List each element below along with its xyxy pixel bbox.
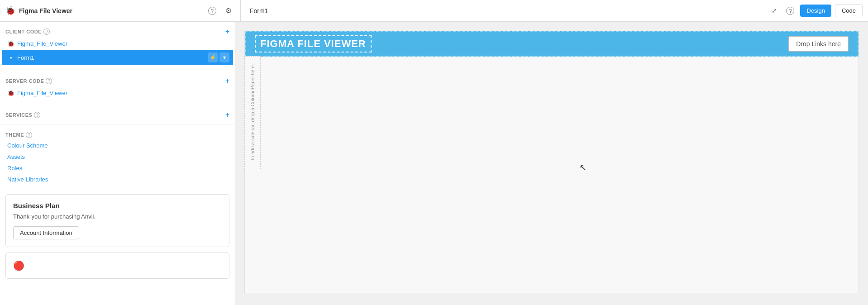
client-code-header: CLIENT CODE ? +	[0, 26, 235, 37]
services-section: SERVICES ? +	[0, 105, 235, 122]
help2-button[interactable]: ?	[784, 5, 796, 17]
expand-button[interactable]: ⤢	[768, 5, 780, 17]
account-information-button[interactable]: Account Information	[13, 226, 79, 239]
sidebar-item-form1[interactable]: ▪ Form1 ⚡ ▾	[2, 50, 233, 65]
server-code-section: SERVER CODE ? + 🐞 Figma_File_Viewer	[0, 71, 235, 101]
drop-links-label: Drop Links here	[796, 40, 841, 48]
client-item-label: Figma_File_Viewer	[17, 40, 67, 47]
sidebar-item-figma-file-viewer-server[interactable]: 🐞 Figma_File_Viewer	[0, 86, 235, 99]
form-title: Form1	[250, 7, 764, 14]
client-code-label: CLIENT CODE	[5, 29, 42, 34]
theme-label: THEME	[5, 132, 24, 138]
app-title: Figma File Viewer	[19, 7, 202, 14]
chevron-down-icon: ▾	[223, 54, 226, 61]
client-code-section: CLIENT CODE ? + 🐞 Figma_File_Viewer ▪ Fo…	[0, 22, 235, 67]
column-panel-label: To add a sidebar, drop a ColumnPanel her…	[248, 60, 257, 165]
design-button[interactable]: Design	[800, 5, 831, 17]
form1-chevron-button[interactable]: ▾	[219, 52, 229, 62]
help2-icon: ?	[786, 7, 794, 15]
client-code-add-button[interactable]: +	[225, 28, 229, 35]
form1-lightning-button[interactable]: ⚡	[208, 52, 218, 62]
top-bar: 🐞 Figma File Viewer ? ⚙ Form1 ⤢ ? Design…	[0, 0, 868, 22]
sidebar-item-assets[interactable]: Assets	[0, 151, 235, 162]
sidebar-item-roles[interactable]: Roles	[0, 162, 235, 174]
divider-1	[0, 69, 235, 69]
native-libraries-label: Native Libraries	[7, 176, 48, 183]
sidebar-item-colour-scheme[interactable]: Colour Scheme	[0, 140, 235, 151]
code-button[interactable]: Code	[835, 4, 863, 17]
canvas[interactable]: FIGMA FILE VIEWER Drop Links here To add…	[235, 22, 868, 305]
business-plan-title: Business Plan	[13, 202, 222, 210]
server-item-label: Figma_File_Viewer	[17, 90, 67, 96]
form1-label: Form1	[17, 54, 34, 61]
gear-icon: ⚙	[225, 6, 232, 15]
figma-client-icon: 🐞	[7, 40, 14, 47]
column-panel-drop-zone[interactable]: To add a sidebar, drop a ColumnPanel her…	[244, 56, 261, 169]
roles-label: Roles	[7, 165, 22, 172]
figma-server-icon: 🐞	[7, 89, 14, 96]
form1-icon: ▪	[7, 54, 14, 61]
server-code-header: SERVER CODE ? +	[0, 76, 235, 86]
divider-2	[0, 103, 235, 103]
main-layout: CLIENT CODE ? + 🐞 Figma_File_Viewer ▪ Fo…	[0, 22, 868, 305]
theme-help-icon[interactable]: ?	[26, 132, 32, 138]
services-header: SERVICES ? +	[0, 110, 235, 120]
get-started-icon: 🔴	[13, 260, 24, 271]
expand-icon: ⤢	[772, 7, 777, 14]
assets-label: Assets	[7, 153, 25, 160]
sidebar: CLIENT CODE ? + 🐞 Figma_File_Viewer ▪ Fo…	[0, 22, 235, 305]
get-started-box: 🔴	[5, 253, 229, 279]
sidebar-item-figma-file-viewer-client[interactable]: 🐞 Figma_File_Viewer	[0, 37, 235, 50]
top-bar-actions: ⤢ ? Design Code	[768, 4, 863, 17]
app-logo-icon: 🐞	[5, 6, 15, 16]
business-plan-description: Thank-you for purchasing Anvil.	[13, 213, 222, 220]
help-icon: ?	[208, 7, 216, 15]
figma-viewer-title: FIGMA FILE VIEWER	[255, 35, 372, 52]
form1-actions: ⚡ ▾	[208, 52, 229, 62]
top-bar-right: Form1 ⤢ ? Design Code	[244, 4, 863, 17]
figma-viewer-header: FIGMA FILE VIEWER Drop Links here	[245, 31, 858, 57]
sidebar-item-native-libraries[interactable]: Native Libraries	[0, 174, 235, 185]
cursor-icon: ↖	[579, 162, 587, 173]
services-help-icon[interactable]: ?	[34, 112, 40, 118]
server-code-label: SERVER CODE	[5, 78, 44, 84]
colour-scheme-label: Colour Scheme	[7, 142, 48, 149]
drop-links-zone[interactable]: Drop Links here	[788, 36, 849, 52]
server-help-icon[interactable]: ?	[46, 78, 52, 84]
top-bar-left: 🐞 Figma File Viewer ? ⚙	[5, 0, 241, 21]
help-button[interactable]: ?	[206, 5, 219, 17]
lightning-icon: ⚡	[210, 54, 216, 61]
top-bar-icons: ? ⚙	[206, 5, 235, 17]
theme-header: THEME ?	[0, 130, 235, 140]
services-add-button[interactable]: +	[225, 111, 229, 119]
theme-section: THEME ? Colour Scheme Assets Roles Nativ…	[0, 126, 235, 189]
client-help-icon[interactable]: ?	[43, 29, 50, 35]
services-label: SERVICES	[5, 112, 32, 118]
server-code-add-button[interactable]: +	[225, 77, 229, 85]
business-plan-box: Business Plan Thank-you for purchasing A…	[5, 194, 229, 247]
preview-container: FIGMA FILE VIEWER Drop Links here To add…	[244, 31, 859, 293]
settings-button[interactable]: ⚙	[222, 5, 235, 17]
divider-3	[0, 124, 235, 124]
